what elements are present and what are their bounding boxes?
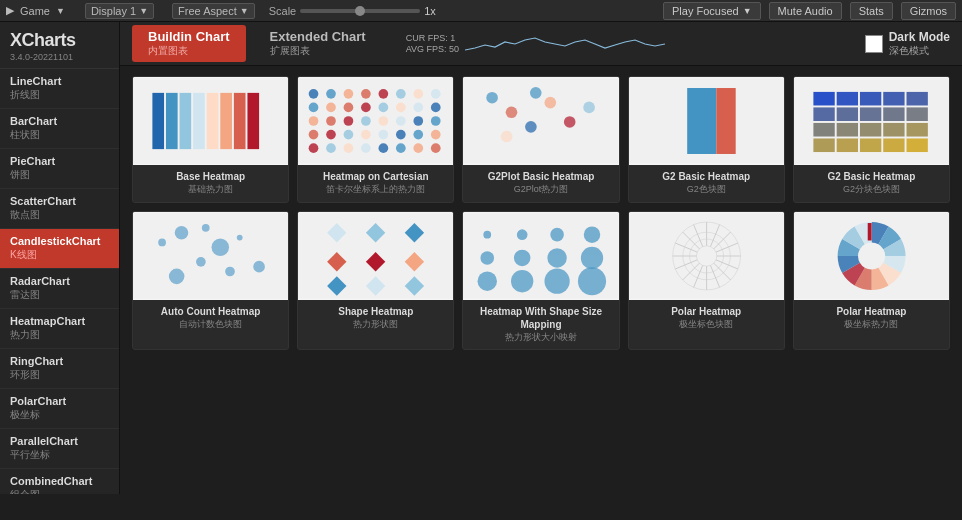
svg-point-111: [581, 246, 603, 268]
chart-thumbnail: [629, 77, 784, 165]
tab-btn-1[interactable]: Extended Chart扩展图表: [254, 25, 382, 62]
play-focused-arrow: ▼: [743, 6, 752, 16]
sidebar-item-barchart[interactable]: BarChart 柱状图: [0, 109, 119, 149]
svg-point-57: [501, 131, 513, 143]
sidebar-item-label-en: CandlestickChart: [10, 235, 109, 247]
svg-point-115: [578, 267, 606, 295]
svg-point-15: [396, 89, 406, 99]
svg-rect-66: [883, 92, 904, 106]
sidebar-item-label-cn: 柱状图: [10, 128, 109, 142]
svg-rect-9: [298, 78, 453, 163]
svg-point-38: [379, 130, 389, 140]
svg-point-48: [414, 143, 424, 153]
aspect-arrow: ▼: [240, 6, 249, 16]
sidebar-item-label-cn: 平行坐标: [10, 448, 109, 462]
svg-point-56: [584, 102, 596, 114]
svg-point-90: [169, 268, 185, 284]
game-dropdown-arrow: ▼: [56, 6, 65, 16]
tab-btn-0[interactable]: Buildin Chart内置图表: [132, 25, 246, 62]
brand-title: XCharts: [10, 30, 109, 51]
svg-rect-83: [133, 213, 288, 298]
chart-thumbnail: [629, 212, 784, 300]
svg-rect-73: [813, 123, 834, 137]
svg-rect-82: [906, 138, 927, 152]
mute-audio-btn[interactable]: Mute Audio: [769, 2, 842, 20]
dark-mode-checkbox[interactable]: [865, 35, 883, 53]
svg-point-112: [478, 271, 497, 290]
sidebar-item-candlestickchart[interactable]: CandlestickChart K线图: [0, 229, 119, 269]
top-bar: ▶ Game ▼ Display 1 ▼ Free Aspect ▼ Scale…: [0, 0, 962, 22]
chart-card[interactable]: G2 Basic HeatmapG2分块色块图: [793, 76, 950, 203]
sidebar-item-parallelchart[interactable]: ParallelChart 平行坐标: [0, 429, 119, 469]
svg-point-88: [237, 234, 243, 240]
svg-point-43: [326, 143, 336, 153]
sidebar-item-label-en: LineChart: [10, 75, 109, 87]
chart-card-subtitle: 极坐标色块图: [675, 319, 737, 331]
sidebar-item-heatmapchart[interactable]: HeatmapChart 热力图: [0, 309, 119, 349]
svg-point-91: [202, 224, 210, 232]
svg-point-26: [309, 116, 319, 126]
svg-point-114: [545, 268, 570, 293]
sidebar-item-piechart[interactable]: PieChart 饼图: [0, 149, 119, 189]
chart-card-title: Heatmap on Cartesian: [319, 170, 433, 183]
scale-slider[interactable]: [300, 9, 420, 13]
chart-card[interactable]: G2 Basic HeatmapG2色块图: [628, 76, 785, 203]
svg-rect-4: [193, 93, 205, 149]
chart-card[interactable]: Shape Heatmap热力形状图: [297, 211, 454, 351]
sidebar-item-radarchart[interactable]: RadarChart 雷达图: [0, 269, 119, 309]
sidebar-item-label-en: CombinedChart: [10, 475, 109, 487]
aspect-dropdown[interactable]: Free Aspect ▼: [172, 3, 255, 19]
svg-rect-75: [860, 123, 881, 137]
chart-card[interactable]: Heatmap on Cartesian笛卡尔坐标系上的热力图: [297, 76, 454, 203]
sidebar-item-label-cn: 热力图: [10, 328, 109, 342]
sidebar-item-ringchart[interactable]: RingChart 环形图: [0, 349, 119, 389]
avg-fps: AVG FPS: 50: [406, 44, 459, 54]
fps-sparkline: [465, 30, 665, 58]
svg-point-17: [431, 89, 441, 99]
sidebar-item-label-cn: 环形图: [10, 368, 109, 382]
sidebar: XCharts 3.4.0-20221101 LineChart 折线图 Bar…: [0, 22, 120, 494]
sidebar-item-label-en: RadarChart: [10, 275, 109, 287]
svg-rect-63: [813, 92, 834, 106]
play-focused-label: Play Focused: [672, 5, 739, 17]
content-header: Buildin Chart内置图表Extended Chart扩展图表 CUR …: [120, 22, 962, 66]
chart-card-subtitle: G2分块色块图: [839, 184, 904, 196]
svg-point-84: [158, 238, 166, 246]
svg-point-18: [309, 103, 319, 113]
chart-card[interactable]: Heatmap With Shape Size Mapping热力形状大小映射: [462, 211, 619, 351]
chart-card[interactable]: Polar Heatmap极坐标色块图: [628, 211, 785, 351]
chart-card[interactable]: G2Plot Basic HeatmapG2Plot热力图: [462, 76, 619, 203]
chart-card[interactable]: Polar Heatmap极坐标热力图: [793, 211, 950, 351]
tab-sublabel: 扩展图表: [270, 44, 366, 58]
svg-point-113: [511, 270, 533, 292]
fps-display: CUR FPS: 1 AVG FPS: 50: [406, 33, 459, 54]
svg-point-14: [379, 89, 389, 99]
tab-sublabel: 内置图表: [148, 44, 230, 58]
svg-point-49: [431, 143, 441, 153]
chart-thumbnail: [463, 77, 618, 165]
svg-point-24: [414, 103, 424, 113]
svg-rect-138: [868, 223, 872, 240]
gizmos-btn[interactable]: Gizmos: [901, 2, 956, 20]
chart-card[interactable]: Base Heatmap基础热力图: [132, 76, 289, 203]
svg-rect-65: [860, 92, 881, 106]
sidebar-item-combinedchart[interactable]: CombinedChart 组合图: [0, 469, 119, 494]
sidebar-item-polarchart[interactable]: PolarChart 极坐标: [0, 389, 119, 429]
svg-point-22: [379, 103, 389, 113]
stats-btn[interactable]: Stats: [850, 2, 893, 20]
sidebar-item-linechart[interactable]: LineChart 折线图: [0, 69, 119, 109]
chart-card-subtitle: 热力形状图: [349, 319, 402, 331]
sidebar-item-scatterchart[interactable]: ScatterChart 散点图: [0, 189, 119, 229]
svg-point-12: [344, 89, 354, 99]
dark-mode-toggle[interactable]: Dark Mode 深色模式: [865, 30, 950, 58]
svg-point-52: [506, 106, 518, 118]
play-focused-btn[interactable]: Play Focused ▼: [663, 2, 761, 20]
chart-card-subtitle: 基础热力图: [184, 184, 237, 196]
svg-point-37: [361, 130, 371, 140]
chart-card[interactable]: Auto Count Heatmap自动计数色块图: [132, 211, 289, 351]
brand-version: 3.4.0-20221101: [10, 52, 109, 62]
display-dropdown[interactable]: Display 1 ▼: [85, 3, 154, 19]
sidebar-item-label-cn: 组合图: [10, 488, 109, 494]
sidebar-item-label-en: RingChart: [10, 355, 109, 367]
svg-point-92: [225, 266, 235, 276]
